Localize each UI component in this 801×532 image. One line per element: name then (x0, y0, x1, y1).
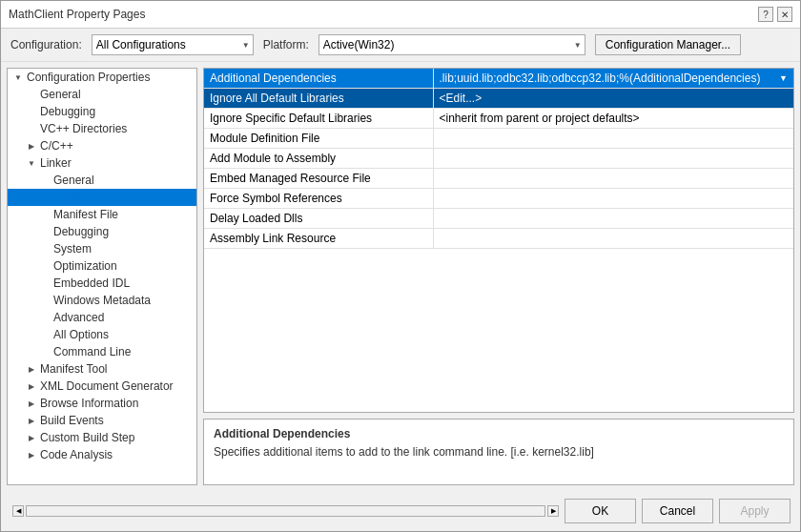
tree-item-linker[interactable]: ▼Linker (8, 154, 196, 172)
tree-label-manifest-tool: Manifest Tool (40, 362, 193, 376)
close-button[interactable]: ✕ (777, 7, 792, 22)
tree-item-custom-build[interactable]: ▶Custom Build Step (8, 429, 196, 446)
tree-label-config-props: Configuration Properties (27, 71, 193, 84)
tree-item-linker-optim[interactable]: Optimization (8, 257, 196, 275)
props-row-force-symbol[interactable]: Force Symbol References (204, 189, 793, 209)
props-name-additional-deps: Additional Dependencies (204, 69, 433, 89)
table-scroll[interactable]: Additional Dependencies.lib;uuid.lib;odb… (204, 69, 793, 412)
dropdown-arrow-additional-deps[interactable]: ▼ (779, 73, 788, 83)
main-content: ▼Configuration PropertiesGeneralDebuggin… (1, 62, 800, 491)
tree-label-xml-doc: XML Document Generator (40, 379, 193, 393)
description-title: Additional Dependencies (214, 427, 784, 440)
props-name-delay-loaded: Delay Loaded Dlls (204, 209, 433, 229)
tree-label-linker-system: System (53, 242, 193, 256)
tree-label-build-events: Build Events (40, 414, 193, 427)
tree-item-general[interactable]: General (8, 86, 196, 103)
tree-label-vc-dirs: VC++ Directories (40, 122, 193, 135)
props-name-embed-managed: Embed Managed Resource File (204, 169, 433, 189)
tree-label-linker-manifest: Manifest File (53, 208, 193, 221)
tree-item-linker-general[interactable]: General (8, 172, 196, 189)
tree-item-linker-advanced[interactable]: Advanced (8, 309, 196, 326)
tree-label-linker-debug: Debugging (53, 225, 193, 238)
horizontal-scrollbar[interactable] (26, 505, 545, 517)
config-label: Configuration: (10, 38, 82, 51)
tree-item-manifest-tool[interactable]: ▶Manifest Tool (8, 360, 196, 378)
props-value-additional-deps: .lib;uuid.lib;odbc32.lib;odbccp32.lib;%(… (433, 69, 793, 89)
scroll-right-button[interactable]: ▶ (547, 505, 559, 517)
tree-item-linker-system[interactable]: System (8, 240, 196, 257)
tree-item-linker-winmeta[interactable]: Windows Metadata (8, 292, 196, 309)
tree-item-linker-manifest[interactable]: Manifest File (8, 206, 196, 223)
tree-panel: ▼Configuration PropertiesGeneralDebuggin… (7, 68, 197, 485)
tree-expand-xml-doc: ▶ (25, 382, 38, 391)
config-manager-button[interactable]: Configuration Manager... (595, 34, 741, 55)
button-row: ◀ ▶ OK Cancel Apply (1, 491, 800, 531)
props-value-ignore-specific: <inherit from parent or project defaults… (433, 109, 793, 129)
props-row-ignore-specific[interactable]: Ignore Specific Default Libraries<inheri… (204, 109, 793, 129)
tree-expand-custom-build: ▶ (25, 434, 38, 442)
tree-label-browse-info: Browse Information (40, 397, 193, 410)
props-name-module-def: Module Definition File (204, 129, 433, 149)
property-pages-dialog: MathClient Property Pages ? ✕ Configurat… (0, 0, 801, 532)
dialog-title: MathClient Property Pages (9, 8, 145, 21)
props-row-embed-managed[interactable]: Embed Managed Resource File (204, 169, 793, 189)
tree-item-linker-embedded[interactable]: Embedded IDL (8, 275, 196, 292)
description-panel: Additional Dependencies Specifies additi… (203, 419, 794, 485)
tree-label-linker-allopts: All Options (53, 328, 193, 341)
props-name-add-module: Add Module to Assembly (204, 149, 433, 169)
tree-item-code-analysis[interactable]: ▶Code Analysis (8, 446, 196, 463)
tree-expand-code-analysis: ▶ (25, 451, 38, 460)
config-row: Configuration: All Configurations Platfo… (1, 29, 800, 62)
tree-label-custom-build: Custom Build Step (40, 431, 193, 444)
title-bar: MathClient Property Pages ? ✕ (1, 1, 800, 29)
props-value-module-def (433, 129, 793, 149)
tree-label-linker-embedded: Embedded IDL (53, 276, 193, 290)
right-panel: Additional Dependencies.lib;uuid.lib;odb… (203, 68, 794, 485)
tree-item-config-props[interactable]: ▼Configuration Properties (8, 69, 196, 86)
description-text: Specifies additional items to add to the… (214, 444, 784, 460)
tree-scroll[interactable]: ▼Configuration PropertiesGeneralDebuggin… (8, 69, 196, 484)
config-select-wrapper: All Configurations (92, 34, 254, 55)
scroll-left-button[interactable]: ◀ (12, 505, 24, 517)
tree-expand-linker: ▼ (25, 159, 38, 168)
props-row-assembly-link[interactable]: Assembly Link Resource (204, 229, 793, 249)
platform-select-wrapper: Active(Win32) (318, 34, 585, 55)
props-table-area: Additional Dependencies.lib;uuid.lib;odb… (203, 68, 794, 413)
props-row-add-module[interactable]: Add Module to Assembly (204, 149, 793, 169)
tree-item-linker-cmdline[interactable]: Command Line (8, 343, 196, 360)
tree-item-linker-debug[interactable]: Debugging (8, 223, 196, 240)
tree-item-linker-allopts[interactable]: All Options (8, 326, 196, 343)
cancel-button[interactable]: Cancel (642, 499, 713, 523)
tree-item-browse-info[interactable]: ▶Browse Information (8, 395, 196, 412)
props-value-add-module (433, 149, 793, 169)
tree-label-linker: Linker (40, 156, 193, 170)
tree-label-code-analysis: Code Analysis (40, 448, 193, 461)
props-tbody: Additional Dependencies.lib;uuid.lib;odb… (204, 69, 793, 249)
ok-button[interactable]: OK (565, 499, 636, 523)
props-name-force-symbol: Force Symbol References (204, 189, 433, 209)
platform-select[interactable]: Active(Win32) (318, 34, 585, 55)
tree-item-cc[interactable]: ▶C/C++ (8, 137, 196, 154)
help-button[interactable]: ? (758, 7, 773, 22)
tree-expand-browse-info: ▶ (25, 399, 38, 408)
props-value-embed-managed (433, 169, 793, 189)
tree-item-build-events[interactable]: ▶Build Events (8, 412, 196, 429)
tree-item-debugging[interactable]: Debugging (8, 103, 196, 120)
props-row-additional-deps[interactable]: Additional Dependencies.lib;uuid.lib;odb… (204, 69, 793, 89)
props-table: Additional Dependencies.lib;uuid.lib;odb… (204, 69, 793, 249)
tree-label-debugging: Debugging (40, 105, 193, 118)
tree-label-cc: C/C++ (40, 139, 193, 153)
tree-label-general: General (40, 88, 193, 101)
apply-button[interactable]: Apply (719, 499, 791, 523)
props-row-ignore-all-default[interactable]: Ignore All Default Libraries<Edit...> (204, 89, 793, 109)
props-row-module-def[interactable]: Module Definition File (204, 129, 793, 149)
tree-item-vc-dirs[interactable]: VC++ Directories (8, 120, 196, 137)
tree-label-linker-advanced: Advanced (53, 311, 193, 324)
props-name-ignore-specific: Ignore Specific Default Libraries (204, 109, 433, 129)
config-select[interactable]: All Configurations (92, 34, 254, 55)
tree-item-linker-input[interactable]: Input (8, 189, 196, 206)
props-value-assembly-link (433, 229, 793, 249)
tree-label-linker-input: Input (53, 191, 193, 204)
tree-item-xml-doc[interactable]: ▶XML Document Generator (8, 378, 196, 395)
props-row-delay-loaded[interactable]: Delay Loaded Dlls (204, 209, 793, 229)
